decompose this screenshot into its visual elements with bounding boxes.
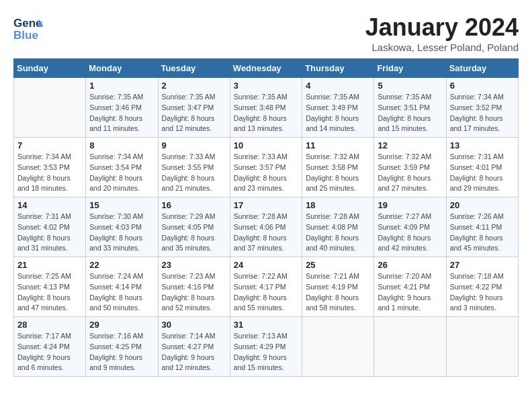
calendar-cell: 25Sunrise: 7:21 AMSunset: 4:19 PMDayligh… xyxy=(302,257,374,317)
day-number: 6 xyxy=(450,81,515,91)
calendar-cell: 16Sunrise: 7:29 AMSunset: 4:05 PMDayligh… xyxy=(158,197,230,257)
day-number: 31 xyxy=(234,320,298,330)
day-number: 13 xyxy=(450,140,515,150)
day-info: Sunrise: 7:34 AMSunset: 3:53 PMDaylight:… xyxy=(17,152,82,194)
calendar-week-row: 28Sunrise: 7:17 AMSunset: 4:24 PMDayligh… xyxy=(14,317,519,377)
logo: General Blue xyxy=(13,13,43,43)
day-info: Sunrise: 7:27 AMSunset: 4:09 PMDaylight:… xyxy=(378,212,442,254)
calendar-cell: 13Sunrise: 7:31 AMSunset: 4:01 PMDayligh… xyxy=(446,138,518,197)
title-block: January 2024 Laskowa, Lesser Poland, Pol… xyxy=(365,13,519,53)
calendar-cell: 31Sunrise: 7:13 AMSunset: 4:29 PMDayligh… xyxy=(230,317,302,377)
day-number: 23 xyxy=(162,260,226,270)
calendar-cell: 7Sunrise: 7:34 AMSunset: 3:53 PMDaylight… xyxy=(14,138,86,197)
day-info: Sunrise: 7:18 AMSunset: 4:22 PMDaylight:… xyxy=(450,271,515,314)
day-number: 24 xyxy=(234,260,298,270)
weekday-header-wednesday: Wednesday xyxy=(230,59,302,78)
day-number: 14 xyxy=(17,200,82,210)
day-info: Sunrise: 7:16 AMSunset: 4:25 PMDaylight:… xyxy=(89,331,154,373)
day-number: 7 xyxy=(17,140,82,150)
page-header: General Blue January 2024 Laskowa, Lesse… xyxy=(13,13,519,53)
day-info: Sunrise: 7:22 AMSunset: 4:17 PMDaylight:… xyxy=(234,271,298,314)
calendar-cell: 8Sunrise: 7:34 AMSunset: 3:54 PMDaylight… xyxy=(86,138,158,197)
month-title: January 2024 xyxy=(365,13,519,42)
day-info: Sunrise: 7:24 AMSunset: 4:14 PMDaylight:… xyxy=(89,271,154,314)
day-number: 27 xyxy=(450,260,515,270)
day-number: 26 xyxy=(378,260,442,270)
day-info: Sunrise: 7:34 AMSunset: 3:52 PMDaylight:… xyxy=(450,92,515,134)
day-number: 12 xyxy=(378,140,442,150)
weekday-header-friday: Friday xyxy=(374,59,446,78)
calendar-cell: 30Sunrise: 7:14 AMSunset: 4:27 PMDayligh… xyxy=(158,317,230,377)
day-number: 19 xyxy=(378,200,442,210)
calendar-cell: 29Sunrise: 7:16 AMSunset: 4:25 PMDayligh… xyxy=(86,317,158,377)
day-number: 16 xyxy=(162,200,226,210)
day-info: Sunrise: 7:35 AMSunset: 3:47 PMDaylight:… xyxy=(162,92,226,134)
calendar-table: SundayMondayTuesdayWednesdayThursdayFrid… xyxy=(13,58,519,377)
day-info: Sunrise: 7:32 AMSunset: 3:59 PMDaylight:… xyxy=(378,152,442,194)
day-number: 5 xyxy=(378,81,442,91)
day-number: 22 xyxy=(89,260,154,270)
calendar-cell: 6Sunrise: 7:34 AMSunset: 3:52 PMDaylight… xyxy=(446,78,518,138)
svg-text:General: General xyxy=(13,17,43,30)
day-number: 29 xyxy=(89,320,154,330)
calendar-cell: 18Sunrise: 7:28 AMSunset: 4:08 PMDayligh… xyxy=(302,197,374,257)
day-number: 11 xyxy=(306,140,370,150)
svg-text:Blue: Blue xyxy=(13,29,38,42)
day-info: Sunrise: 7:35 AMSunset: 3:46 PMDaylight:… xyxy=(89,92,154,134)
calendar-cell xyxy=(446,317,518,377)
calendar-cell xyxy=(374,317,446,377)
day-info: Sunrise: 7:25 AMSunset: 4:13 PMDaylight:… xyxy=(17,271,82,314)
day-info: Sunrise: 7:17 AMSunset: 4:24 PMDaylight:… xyxy=(17,331,82,373)
day-info: Sunrise: 7:35 AMSunset: 3:51 PMDaylight:… xyxy=(378,92,442,134)
calendar-week-row: 7Sunrise: 7:34 AMSunset: 3:53 PMDaylight… xyxy=(14,138,519,197)
day-number: 1 xyxy=(89,81,154,91)
location: Laskowa, Lesser Poland, Poland xyxy=(365,42,519,53)
calendar-cell: 1Sunrise: 7:35 AMSunset: 3:46 PMDaylight… xyxy=(86,78,158,138)
weekday-header-row: SundayMondayTuesdayWednesdayThursdayFrid… xyxy=(14,59,519,78)
calendar-cell xyxy=(302,317,374,377)
day-number: 25 xyxy=(306,260,370,270)
day-info: Sunrise: 7:32 AMSunset: 3:58 PMDaylight:… xyxy=(306,152,370,194)
calendar-cell: 26Sunrise: 7:20 AMSunset: 4:21 PMDayligh… xyxy=(374,257,446,317)
day-number: 17 xyxy=(234,200,298,210)
day-info: Sunrise: 7:21 AMSunset: 4:19 PMDaylight:… xyxy=(306,271,370,314)
calendar-cell: 23Sunrise: 7:23 AMSunset: 4:16 PMDayligh… xyxy=(158,257,230,317)
calendar-cell: 14Sunrise: 7:31 AMSunset: 4:02 PMDayligh… xyxy=(14,197,86,257)
day-number: 21 xyxy=(17,260,82,270)
day-info: Sunrise: 7:31 AMSunset: 4:01 PMDaylight:… xyxy=(450,152,515,194)
calendar-cell: 27Sunrise: 7:18 AMSunset: 4:22 PMDayligh… xyxy=(446,257,518,317)
calendar-cell: 19Sunrise: 7:27 AMSunset: 4:09 PMDayligh… xyxy=(374,197,446,257)
calendar-cell: 5Sunrise: 7:35 AMSunset: 3:51 PMDaylight… xyxy=(374,78,446,138)
day-number: 4 xyxy=(306,81,370,91)
calendar-cell: 11Sunrise: 7:32 AMSunset: 3:58 PMDayligh… xyxy=(302,138,374,197)
calendar-cell: 9Sunrise: 7:33 AMSunset: 3:55 PMDaylight… xyxy=(158,138,230,197)
day-info: Sunrise: 7:33 AMSunset: 3:57 PMDaylight:… xyxy=(234,152,298,194)
calendar-cell: 28Sunrise: 7:17 AMSunset: 4:24 PMDayligh… xyxy=(14,317,86,377)
day-number: 20 xyxy=(450,200,515,210)
calendar-cell: 3Sunrise: 7:35 AMSunset: 3:48 PMDaylight… xyxy=(230,78,302,138)
weekday-header-tuesday: Tuesday xyxy=(158,59,230,78)
day-info: Sunrise: 7:35 AMSunset: 3:48 PMDaylight:… xyxy=(234,92,298,134)
weekday-header-thursday: Thursday xyxy=(302,59,374,78)
calendar-cell xyxy=(14,78,86,138)
day-number: 30 xyxy=(162,320,226,330)
logo-icon: General Blue xyxy=(13,13,43,43)
day-number: 18 xyxy=(306,200,370,210)
day-info: Sunrise: 7:33 AMSunset: 3:55 PMDaylight:… xyxy=(162,152,226,194)
calendar-cell: 20Sunrise: 7:26 AMSunset: 4:11 PMDayligh… xyxy=(446,197,518,257)
calendar-cell: 4Sunrise: 7:35 AMSunset: 3:49 PMDaylight… xyxy=(302,78,374,138)
calendar-cell: 21Sunrise: 7:25 AMSunset: 4:13 PMDayligh… xyxy=(14,257,86,317)
day-info: Sunrise: 7:28 AMSunset: 4:06 PMDaylight:… xyxy=(234,212,298,254)
calendar-week-row: 1Sunrise: 7:35 AMSunset: 3:46 PMDaylight… xyxy=(14,78,519,138)
day-info: Sunrise: 7:29 AMSunset: 4:05 PMDaylight:… xyxy=(162,212,226,254)
day-info: Sunrise: 7:20 AMSunset: 4:21 PMDaylight:… xyxy=(378,271,442,314)
calendar-cell: 15Sunrise: 7:30 AMSunset: 4:03 PMDayligh… xyxy=(86,197,158,257)
day-number: 15 xyxy=(89,200,154,210)
day-info: Sunrise: 7:31 AMSunset: 4:02 PMDaylight:… xyxy=(17,212,82,254)
day-info: Sunrise: 7:13 AMSunset: 4:29 PMDaylight:… xyxy=(234,331,298,373)
calendar-week-row: 14Sunrise: 7:31 AMSunset: 4:02 PMDayligh… xyxy=(14,197,519,257)
day-info: Sunrise: 7:35 AMSunset: 3:49 PMDaylight:… xyxy=(306,92,370,134)
calendar-week-row: 21Sunrise: 7:25 AMSunset: 4:13 PMDayligh… xyxy=(14,257,519,317)
day-number: 2 xyxy=(162,81,226,91)
day-number: 28 xyxy=(17,320,82,330)
